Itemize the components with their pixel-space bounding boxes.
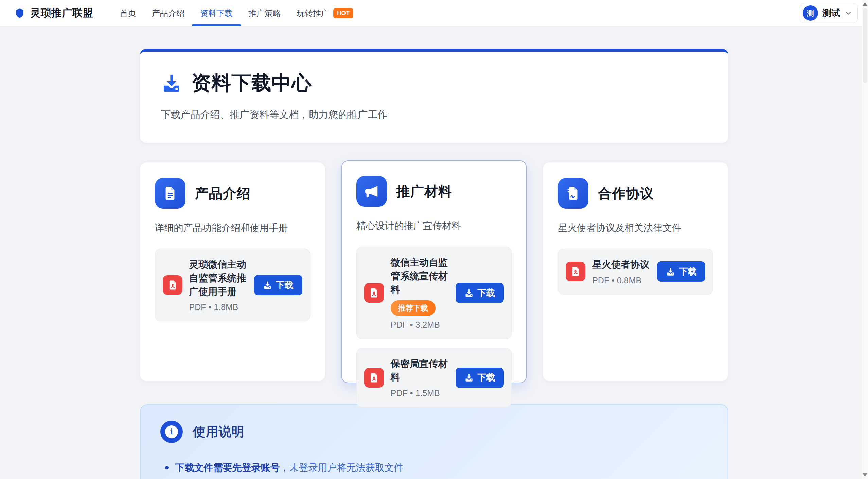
pdf-file-icon [364,283,384,303]
recommended-badge: 推荐下载 [391,300,436,316]
download-button[interactable]: 下载 [456,368,504,388]
category-cards: 产品介绍 详细的产品功能介绍和使用手册 灵琐微信主动自监管系统推广使用手册 PD… [140,162,728,383]
card-title: 推广材料 [396,182,452,201]
download-icon [464,373,474,382]
vertical-scrollbar[interactable] [862,0,868,479]
page-title: 资料下载中心 [192,70,312,96]
pdf-file-icon [566,262,585,281]
card-title: 合作协议 [598,184,654,203]
file-meta: PDF • 3.2MB [391,320,449,330]
file-name: 保密局宣传材料 [391,357,449,384]
card-product-intro: 产品介绍 详细的产品功能介绍和使用手册 灵琐微信主动自监管系统推广使用手册 PD… [140,162,325,381]
download-button[interactable]: 下载 [254,275,302,295]
download-center-header: 资料下载中心 下载产品介绍、推广资料等文档，助力您的推广工作 [140,49,728,143]
chevron-down-icon [845,10,852,17]
usage-list: 下载文件需要先登录账号，未登录用户将无法获取文件 [160,461,708,474]
file-name: 星火使者协议 [592,258,650,271]
nav-item-product-intro[interactable]: 产品介绍 [152,0,184,26]
scrollbar-thumb[interactable] [863,8,867,83]
file-meta: PDF • 1.5MB [391,388,449,398]
bullet-dot [165,466,169,469]
download-button[interactable]: 下载 [657,261,705,282]
brand-name: 灵琐推广联盟 [30,6,93,20]
usage-notes-panel: i 使用说明 下载文件需要先登录账号，未登录用户将无法获取文件 [140,404,728,479]
contract-icon [558,178,588,209]
usage-note-bold: 下载文件需要先登录账号 [175,462,280,473]
file-item: 微信主动自监管系统宣传材料 推荐下载 PDF • 3.2MB 下载 [356,247,512,339]
scroll-down-arrow-icon[interactable] [863,473,867,477]
megaphone-icon [356,176,387,207]
file-name: 灵琐微信主动自监管系统推广使用手册 [189,258,247,298]
user-name: 测试 [822,7,840,19]
file-name: 微信主动自监管系统宣传材料 [391,256,449,296]
hot-badge: HOT [333,8,353,18]
nav-item-play-promotion[interactable]: 玩转推广 HOT [297,0,353,26]
top-navbar: 灵琐推广联盟 首页 产品介绍 资料下载 推广策略 玩转推广 HOT 测 测试 [0,0,868,26]
download-button[interactable]: 下载 [456,283,504,303]
document-icon [155,178,185,209]
brand[interactable]: 灵琐推广联盟 [14,6,93,20]
download-icon [263,281,272,290]
download-icon [666,267,675,276]
file-item: 保密局宣传材料 PDF • 1.5MB 下载 [356,348,512,407]
nav-item-strategy[interactable]: 推广策略 [248,0,281,26]
avatar: 测 [803,5,818,21]
card-title: 产品介绍 [195,184,251,203]
page-subtitle: 下载产品介绍、推广资料等文档，助力您的推广工作 [161,108,707,122]
download-tray-icon [161,73,182,94]
usage-note-rest: ，未登录用户将无法获取文件 [280,462,404,473]
card-subtitle: 详细的产品功能介绍和使用手册 [155,221,310,234]
file-meta: PDF • 0.8MB [592,276,650,285]
pdf-file-icon [364,368,384,388]
usage-title: 使用说明 [193,423,245,440]
nav-item-downloads[interactable]: 资料下载 [200,0,233,26]
card-cooperation-agreement: 合作协议 星火使者协议及相关法律文件 星火使者协议 PDF • 0.8MB [543,162,728,381]
page-content: 资料下载中心 下载产品介绍、推广资料等文档，助力您的推广工作 产品介绍 详 [140,26,728,479]
file-meta: PDF • 1.8MB [189,302,247,312]
file-item: 灵琐微信主动自监管系统推广使用手册 PDF • 1.8MB 下载 [155,249,310,321]
nav-item-home[interactable]: 首页 [120,0,136,26]
pdf-file-icon [163,275,182,295]
info-icon: i [160,421,183,443]
download-icon [464,288,474,298]
file-item: 星火使者协议 PDF • 0.8MB 下载 [558,249,713,295]
shield-logo-icon [14,7,25,20]
card-subtitle: 星火使者协议及相关法律文件 [558,221,713,234]
card-subtitle: 精心设计的推广宣传材料 [356,219,512,232]
card-promo-materials: 推广材料 精心设计的推广宣传材料 微信主动自监管系统宣传材料 推荐下载 [341,160,527,383]
scroll-up-arrow-icon[interactable] [863,2,867,6]
main-nav: 首页 产品介绍 资料下载 推广策略 玩转推广 HOT [120,0,353,26]
user-menu-button[interactable]: 测 测试 [800,3,858,23]
usage-note: 下载文件需要先登录账号，未登录用户将无法获取文件 [165,461,708,474]
